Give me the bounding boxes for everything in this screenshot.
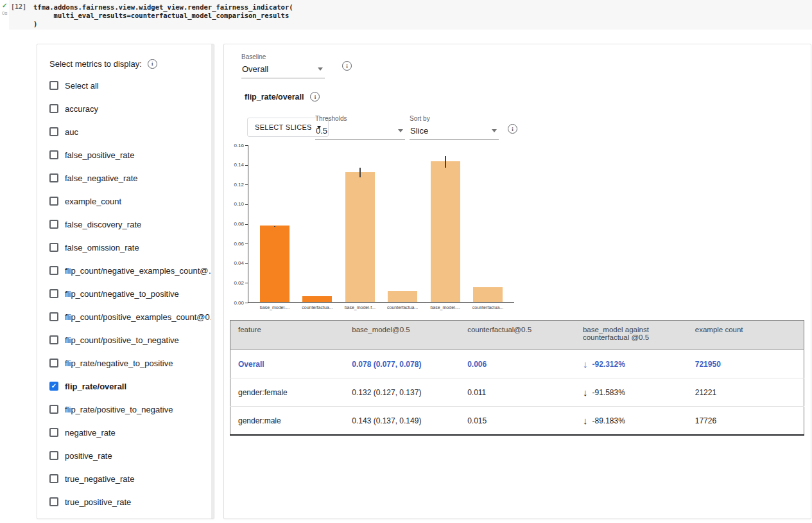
baseline-dropdown[interactable]: Baseline Overall: [241, 53, 325, 78]
checkbox-icon[interactable]: [49, 173, 58, 182]
metric-checkbox-item[interactable]: false_omission_rate: [49, 236, 214, 259]
chevron-down-icon: [398, 129, 403, 132]
metric-label: flip_rate/overall: [65, 382, 126, 391]
sort-by-dropdown[interactable]: Sort by Slice: [410, 115, 499, 140]
checkbox-icon[interactable]: [49, 359, 58, 368]
metric-checkbox-item[interactable]: flip_count/negative_examples_count@…: [49, 259, 214, 282]
table-row[interactable]: Overall0.078 (0.077, 0.078)0.006↓-92.312…: [230, 350, 804, 378]
checkbox-checked-icon[interactable]: [49, 382, 58, 391]
info-icon[interactable]: [310, 92, 320, 102]
metric-checkbox-item[interactable]: flip_rate/negative_to_positive: [49, 351, 214, 375]
metric-label: flip_count/positive_to_negative: [65, 335, 179, 345]
metric-label: flip_rate/negative_to_positive: [65, 359, 173, 368]
y-tick: [245, 244, 248, 244]
y-tick-label: 0.04: [224, 260, 244, 266]
metrics-scrollbar[interactable]: [211, 44, 214, 519]
table-row[interactable]: gender:male0.143 (0.137, 0.149)0.015↓-89…: [230, 407, 804, 436]
info-icon[interactable]: [342, 61, 352, 71]
base-model-cell: 0.143 (0.137, 0.149): [344, 407, 460, 436]
metric-checkbox-item[interactable]: flip_count/negative_to_positive: [49, 282, 214, 305]
checkbox-icon[interactable]: [49, 104, 58, 113]
y-tick: [245, 303, 248, 303]
metric-label: flip_count/negative_to_positive: [65, 289, 179, 299]
y-tick-label: 0.10: [224, 201, 244, 207]
checkbox-icon[interactable]: [49, 150, 58, 159]
x-tick-label: base_model-...: [260, 305, 289, 310]
thresholds-dropdown[interactable]: Thresholds 0.5: [315, 115, 405, 140]
metric-checkbox-item[interactable]: flip_rate/overall: [49, 375, 214, 398]
metric-label: false_discovery_rate: [65, 220, 141, 229]
metric-checkbox-item[interactable]: false_discovery_rate: [49, 213, 214, 236]
info-icon[interactable]: [508, 124, 517, 134]
checkbox-icon[interactable]: [49, 197, 58, 206]
checkbox-icon[interactable]: [49, 497, 58, 506]
code-area[interactable]: [12] tfma.addons.fairness.view.widget_vi…: [9, 0, 812, 30]
checkbox-icon[interactable]: [49, 220, 58, 229]
bar-chart-plot: base_model-...counterfactua...base_model…: [248, 145, 514, 303]
counterfactual-cell: 0.015: [460, 407, 575, 436]
counterfactual-cell: 0.011: [460, 378, 575, 407]
checkbox-icon[interactable]: [49, 81, 58, 90]
table-header-row: featurebase_model@0.5counterfactual@0.5b…: [230, 321, 804, 350]
bar-chart: base_model-...counterfactua...base_model…: [224, 141, 532, 313]
down-arrow-icon: ↓: [583, 387, 588, 398]
metric-checkbox-item[interactable]: example_count: [49, 190, 214, 213]
feature-cell: gender:female: [230, 378, 345, 407]
metric-checkbox-item[interactable]: negative_rate: [49, 421, 214, 444]
metric-label: false_positive_rate: [65, 150, 134, 160]
bar-counterfactua[interactable]: [302, 296, 332, 302]
down-arrow-icon: ↓: [583, 359, 588, 369]
metric-checkbox-item[interactable]: positive_rate: [49, 444, 214, 467]
info-icon[interactable]: [148, 59, 157, 69]
metric-checkbox-item[interactable]: Select all: [49, 74, 214, 97]
checkbox-icon[interactable]: [49, 312, 58, 321]
checkbox-icon[interactable]: [49, 428, 58, 437]
bar-base_model[interactable]: [431, 161, 460, 302]
example-count-cell: 21221: [687, 378, 804, 407]
bar-base_modelf[interactable]: [345, 172, 375, 302]
checkbox-icon[interactable]: [49, 474, 58, 483]
comparison-cell: ↓-91.583%: [575, 378, 687, 407]
example-count-cell: 17726: [687, 407, 804, 436]
cell-elapsed-time: 0s: [2, 10, 7, 16]
metric-checkbox-item[interactable]: false_positive_rate: [49, 143, 214, 166]
metric-checkbox-item[interactable]: accuracy: [49, 97, 214, 120]
metrics-panel-header: Select metrics to display:: [49, 57, 214, 70]
comparison-cell: ↓-89.183%: [575, 407, 687, 436]
table-row[interactable]: gender:female0.132 (0.127, 0.137)0.011↓-…: [230, 378, 804, 407]
sort-by-label: Sort by: [410, 115, 499, 122]
metric-checkbox-item[interactable]: false_negative_rate: [49, 166, 214, 190]
metric-header: flip_rate/overall: [245, 92, 320, 102]
table-body: Overall0.078 (0.077, 0.078)0.006↓-92.312…: [230, 350, 804, 436]
y-tick: [245, 263, 248, 264]
metric-checkbox-item[interactable]: auc: [49, 120, 214, 143]
checkbox-icon[interactable]: [49, 405, 58, 414]
feature-cell: gender:male: [230, 407, 345, 436]
base-model-cell: 0.132 (0.127, 0.137): [344, 378, 460, 407]
fairness-widget-panel: Baseline Overall flip_rate/overall SELEC…: [223, 44, 811, 519]
checkbox-icon[interactable]: [49, 243, 58, 252]
metric-label: negative_rate: [65, 428, 116, 438]
metric-label: false_negative_rate: [65, 173, 137, 183]
select-slices-label: SELECT SLICES: [255, 123, 312, 131]
bar-counterfactua[interactable]: [473, 287, 503, 302]
metric-checkbox-item[interactable]: true_positive_rate: [49, 490, 214, 513]
checkbox-icon[interactable]: [49, 127, 58, 136]
bar-base_model[interactable]: [260, 226, 289, 302]
metric-checkbox-item[interactable]: flip_count/positive_to_negative: [49, 328, 214, 351]
checkbox-icon[interactable]: [49, 266, 58, 275]
code-cell: ✓ 0s [12] tfma.addons.fairness.view.widg…: [0, 0, 812, 31]
metric-checkbox-item[interactable]: flip_count/positive_examples_count@0…: [49, 305, 214, 328]
checkbox-icon[interactable]: [49, 289, 58, 298]
metric-checkbox-item[interactable]: flip_rate/positive_to_negative: [49, 398, 214, 421]
baseline-label: Baseline: [241, 53, 325, 60]
column-header: example count: [687, 321, 804, 350]
comparison-value: -89.183%: [592, 416, 625, 425]
base-model-cell: 0.078 (0.077, 0.078): [344, 350, 460, 378]
checkbox-icon[interactable]: [49, 451, 58, 460]
checkbox-icon[interactable]: [49, 335, 58, 344]
bar-counterfactua[interactable]: [388, 291, 417, 302]
column-header: base_model@0.5: [344, 321, 460, 350]
metric-checkbox-item[interactable]: true_negative_rate: [49, 467, 214, 490]
code-text[interactable]: tfma.addons.fairness.view.widget_view.re…: [33, 3, 293, 28]
